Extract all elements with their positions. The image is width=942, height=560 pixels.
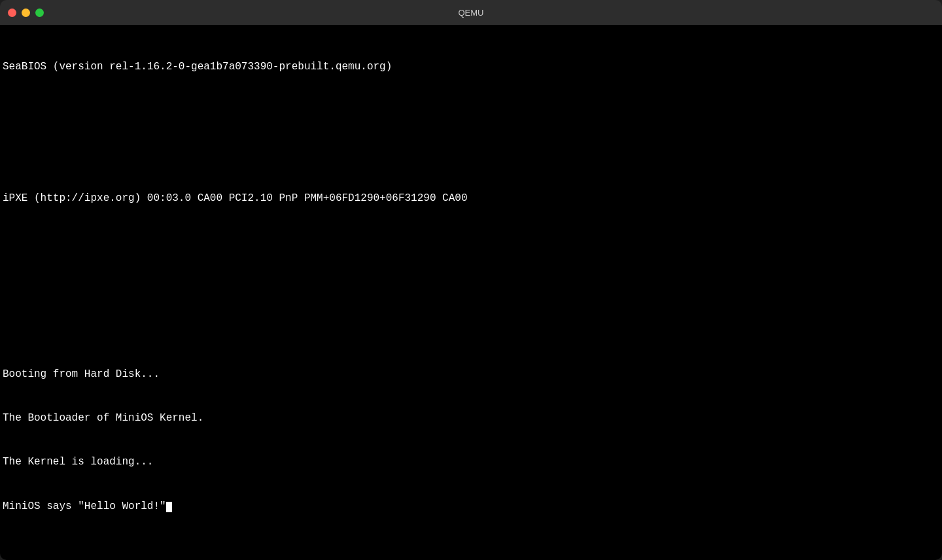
terminal-output: SeaBIOS (version rel-1.16.2-0-gea1b7a073… [3,30,939,543]
terminal-line: The Kernel is loading... [3,455,939,469]
terminal-last-line: MiniOS says "Hello World!" [3,499,939,514]
traffic-lights [8,9,44,17]
terminal-line: SeaBIOS (version rel-1.16.2-0-gea1b7a073… [3,60,939,74]
terminal-line [3,323,939,338]
terminal-line: Booting from Hard Disk... [3,367,939,381]
terminal-line: The Bootloader of MiniOS Kernel. [3,411,939,425]
window-title: QEMU [459,8,484,18]
terminal-line [3,103,939,118]
terminal-line [3,279,939,294]
terminal-line: iPXE (http://ipxe.org) 00:03.0 CA00 PCI2… [3,191,939,205]
close-button[interactable] [8,9,16,17]
qemu-window: QEMU SeaBIOS (version rel-1.16.2-0-gea1b… [0,0,942,560]
maximize-button[interactable] [35,9,44,17]
minimize-button[interactable] [22,9,30,17]
terminal-line [3,147,939,162]
terminal-cursor [166,502,172,512]
terminal-body[interactable]: SeaBIOS (version rel-1.16.2-0-gea1b7a073… [0,25,942,560]
titlebar: QEMU [0,0,942,25]
terminal-line [3,235,939,249]
